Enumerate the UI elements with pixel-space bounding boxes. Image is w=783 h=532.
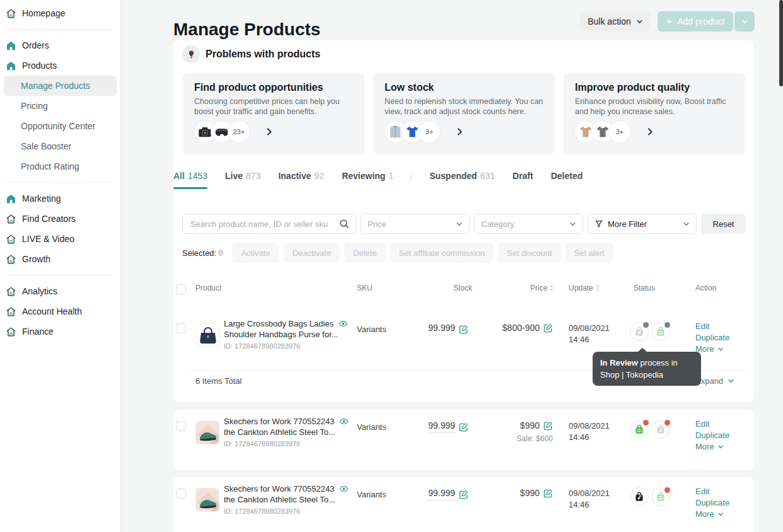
sale-price: Sale: $600 [517, 434, 553, 443]
edit-price-icon[interactable] [543, 323, 553, 333]
search-icon[interactable] [339, 219, 349, 229]
problem-card-opportunities[interactable]: Find product opportunities Choosing comp… [183, 72, 364, 154]
price-cell: $990 [520, 488, 553, 498]
tab-live[interactable]: Live873 [225, 171, 260, 189]
bulk-actions-bar: Selected:0 Activate Deactivate Delete Se… [182, 243, 613, 263]
status-tiktok-shop-icon[interactable] [630, 487, 649, 506]
page-title: Manage Products [173, 20, 320, 40]
preview-eye-icon[interactable] [339, 484, 349, 494]
edit-stock-icon[interactable] [459, 325, 468, 334]
sidebar-item-label: Analytics [22, 286, 57, 296]
status-tooltip: In Review process in Shop | Tokopedia [593, 352, 701, 386]
select-all-checkbox[interactable] [176, 284, 186, 294]
problem-card-quality[interactable]: Improve product quality Enhance product … [564, 72, 745, 154]
sidebar-divider [6, 275, 112, 275]
sidebar-item-finance[interactable]: Finance [0, 321, 120, 342]
sidebar-item-orders[interactable]: Orders [0, 35, 120, 55]
row-checkbox[interactable] [176, 421, 186, 431]
row-checkbox[interactable] [176, 489, 186, 499]
preview-eye-icon[interactable] [339, 319, 348, 328]
chevron-right-icon[interactable] [646, 127, 654, 136]
sidebar-item-growth[interactable]: Growth [0, 249, 120, 269]
problem-card-desc: Enhance product visibility now, Boost tr… [575, 96, 734, 117]
product-name[interactable]: Large Crossbody Bags Ladies Shoulder Han… [224, 318, 348, 340]
tab-all[interactable]: All1453 [173, 171, 207, 189]
duplicate-link[interactable]: Duplicate [695, 497, 729, 509]
header-actions: Bulk action Add product [580, 11, 755, 32]
chevron-right-icon[interactable] [265, 127, 274, 136]
status-tokopedia-icon[interactable] [630, 420, 649, 439]
add-product-label: Add product [677, 16, 725, 26]
status-tokopedia-icon[interactable] [651, 322, 670, 341]
more-link[interactable]: More [695, 509, 729, 520]
deactivate-button[interactable]: Deactivate [284, 243, 340, 263]
status-tiktok-shop-icon[interactable] [651, 420, 670, 439]
update-cell: 09/08/2021 14:46 [569, 488, 610, 511]
reset-button[interactable]: Reset [701, 214, 746, 234]
sidebar-item-manage-products[interactable]: Manage Products [4, 76, 117, 96]
set-discount-button[interactable]: Set discount [498, 243, 561, 263]
delete-button[interactable]: Delete [344, 243, 386, 263]
edit-link[interactable]: Edit [695, 486, 729, 497]
edit-link[interactable]: Edit [695, 321, 729, 332]
duplicate-link[interactable]: Duplicate [695, 430, 729, 441]
expand-toggle[interactable]: Expand [695, 376, 734, 386]
column-update[interactable]: Update [569, 284, 600, 292]
tab-draft[interactable]: Draft [513, 171, 533, 189]
tab-reviewing[interactable]: Reviewing1 [342, 171, 393, 189]
sidebar-item-analytics[interactable]: Analytics [0, 281, 120, 301]
status-tiktok-shop-icon[interactable] [630, 322, 649, 341]
price-filter-select[interactable]: Price [361, 214, 470, 234]
add-product-caret-button[interactable] [734, 11, 755, 32]
sidebar-item-label: Products [22, 61, 57, 71]
scrollbar-thumb[interactable] [779, 0, 783, 86]
sidebar-item-find-creators[interactable]: Find Creators [0, 209, 120, 229]
sidebar-item-sale-booster[interactable]: Sale Booster [4, 136, 117, 156]
product-name[interactable]: Skechers for Work 770552243 the Cankton … [224, 483, 349, 505]
set-affiliate-commission-button[interactable]: Set affiliate commission [390, 243, 494, 263]
sidebar-item-pricing[interactable]: Pricing [4, 96, 117, 116]
more-filter-select[interactable]: More Filter [588, 214, 697, 234]
sidebar-item-account-health[interactable]: Account Health [0, 301, 120, 321]
sidebar-item-products[interactable]: Products [0, 55, 120, 76]
edit-link[interactable]: Edit [695, 419, 729, 430]
status-tokopedia-icon[interactable] [651, 487, 670, 506]
more-link[interactable]: More [695, 344, 729, 355]
sidebar-item-label: Manage Products [21, 81, 90, 91]
chevron-down-icon [717, 511, 724, 518]
duplicate-link[interactable]: Duplicate [695, 332, 729, 344]
column-price[interactable]: Price [530, 284, 554, 292]
sort-icon[interactable] [549, 284, 554, 292]
edit-price-icon[interactable] [543, 421, 553, 431]
sort-icon[interactable] [595, 284, 600, 292]
live-video-icon [6, 234, 16, 245]
product-image [195, 323, 219, 347]
edit-stock-icon[interactable] [459, 422, 468, 432]
activate-button[interactable]: Activate [232, 243, 279, 263]
handbag-image [196, 323, 219, 347]
row-checkbox[interactable] [176, 323, 186, 333]
chevron-right-icon[interactable] [455, 127, 464, 136]
tab-inactive[interactable]: Inactive92 [278, 171, 324, 189]
category-filter-select[interactable]: Category [474, 214, 583, 234]
tab-deleted[interactable]: Deleted [551, 171, 583, 189]
problem-card-low-stock[interactable]: Low stock Need to replenish stock immedi… [373, 72, 555, 154]
sidebar-item-marketing[interactable]: Marketing [0, 188, 120, 209]
update-cell: 09/08/2021 14:46 [569, 323, 610, 345]
add-product-button[interactable]: Add product [658, 11, 733, 32]
set-alert-button[interactable]: Set alert [566, 243, 613, 263]
sidebar-item-product-rating[interactable]: Product Rating [4, 156, 117, 176]
sidebar-item-live-video[interactable]: LIVE & Video [0, 229, 120, 249]
more-link[interactable]: More [695, 441, 729, 453]
search-input[interactable] [189, 219, 335, 229]
product-name[interactable]: Skechers for Work 770552243 the Cankton … [224, 416, 349, 437]
sidebar-item-opportunity-center[interactable]: Opportunity Center [4, 116, 117, 136]
edit-price-icon[interactable] [543, 489, 553, 498]
sidebar-item-homepage[interactable]: Homepage [0, 3, 120, 23]
edit-stock-icon[interactable] [459, 490, 468, 499]
sidebar-item-label: Growth [22, 254, 50, 264]
bulk-action-button[interactable]: Bulk action [580, 11, 651, 32]
tab-suspended[interactable]: Suspended631 [429, 171, 495, 189]
sidebar-item-label: Marketing [22, 194, 61, 204]
preview-eye-icon[interactable] [339, 417, 349, 426]
